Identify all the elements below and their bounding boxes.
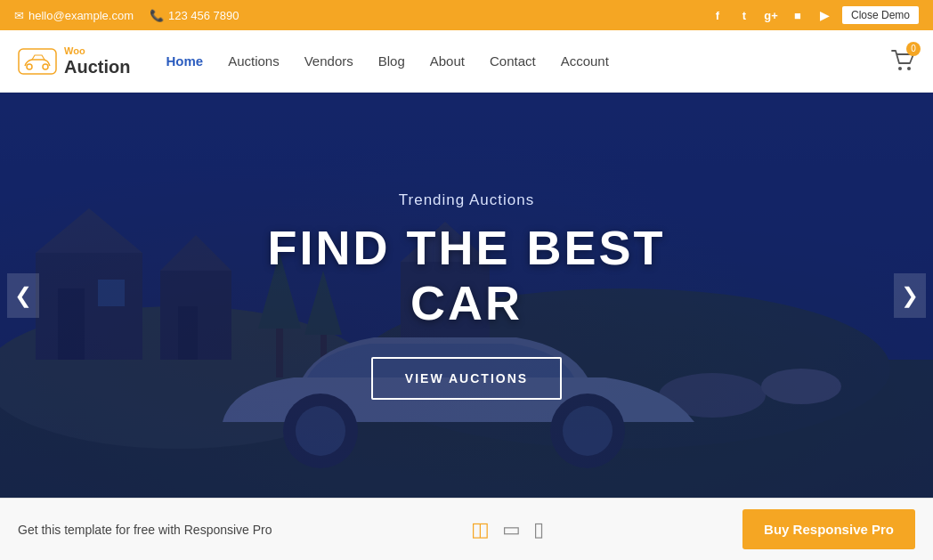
hero-content: Trending Auctions FIND THE BEST CAR VIEW… bbox=[233, 191, 700, 400]
top-bar: ✉ hello@example.com 📞 123 456 7890 f t g… bbox=[0, 0, 933, 30]
logo-auction-label: Auction bbox=[64, 57, 130, 77]
desktop-icon: ◫ bbox=[471, 518, 490, 541]
device-icons: ◫ ▭ ▯ bbox=[471, 518, 544, 541]
email-address: hello@example.com bbox=[28, 9, 134, 22]
cart-badge: 0 bbox=[906, 42, 921, 56]
svg-point-2 bbox=[43, 64, 48, 69]
hero-subtitle: Trending Auctions bbox=[233, 191, 700, 209]
hero-section: ❮ Trending Auctions FIND THE BEST CAR VI… bbox=[0, 93, 933, 498]
nav-auctions[interactable]: Auctions bbox=[228, 53, 280, 69]
googleplus-icon[interactable]: g+ bbox=[762, 6, 780, 24]
youtube-icon[interactable]: ▶ bbox=[815, 6, 833, 24]
svg-point-4 bbox=[907, 67, 911, 70]
prev-slide-button[interactable]: ❮ bbox=[7, 273, 39, 318]
logo-car-icon bbox=[18, 48, 57, 75]
hero-title: FIND THE BEST CAR bbox=[233, 220, 700, 330]
bottom-bar: Get this template for free with Responsi… bbox=[0, 498, 933, 560]
phone-icon: 📞 bbox=[150, 9, 164, 22]
facebook-icon[interactable]: f bbox=[709, 6, 726, 24]
twitter-icon[interactable]: t bbox=[735, 6, 753, 24]
nav-blog[interactable]: Blog bbox=[378, 53, 405, 69]
email-icon: ✉ bbox=[14, 9, 24, 22]
buy-responsive-pro-button[interactable]: Buy Responsive Pro bbox=[742, 509, 915, 549]
top-bar-social: f t g+ ■ ▶ Close Demo bbox=[709, 6, 919, 24]
email-info: ✉ hello@example.com bbox=[14, 9, 134, 22]
mobile-icon: ▯ bbox=[533, 518, 544, 541]
tablet-icon: ▭ bbox=[502, 518, 521, 541]
logo-link[interactable]: Woo Auction bbox=[18, 45, 130, 76]
phone-number: 123 456 7890 bbox=[168, 9, 239, 22]
nav-about[interactable]: About bbox=[430, 53, 465, 69]
navbar: Woo Auction Home Auctions Vendors Blog A… bbox=[0, 30, 933, 93]
next-slide-button[interactable]: ❯ bbox=[894, 273, 926, 318]
svg-point-1 bbox=[27, 64, 32, 69]
close-demo-button[interactable]: Close Demo bbox=[842, 6, 919, 24]
nav-account[interactable]: Account bbox=[561, 53, 609, 69]
nav-home[interactable]: Home bbox=[166, 53, 203, 69]
promo-text: Get this template for free with Responsi… bbox=[18, 523, 272, 537]
top-bar-contact: ✉ hello@example.com 📞 123 456 7890 bbox=[14, 9, 239, 22]
main-nav: Home Auctions Vendors Blog About Contact… bbox=[166, 53, 890, 69]
phone-info: 📞 123 456 7890 bbox=[150, 9, 239, 22]
svg-point-3 bbox=[898, 67, 902, 70]
svg-rect-0 bbox=[19, 49, 56, 74]
nav-contact[interactable]: Contact bbox=[490, 53, 536, 69]
logo-text: Woo Auction bbox=[64, 45, 130, 76]
logo-woo-label: Woo bbox=[64, 45, 130, 56]
view-auctions-button[interactable]: VIEW AUCTIONS bbox=[371, 357, 562, 400]
cart-button[interactable]: 0 bbox=[890, 47, 915, 76]
nav-vendors[interactable]: Vendors bbox=[304, 53, 353, 69]
instagram-icon[interactable]: ■ bbox=[789, 6, 807, 24]
